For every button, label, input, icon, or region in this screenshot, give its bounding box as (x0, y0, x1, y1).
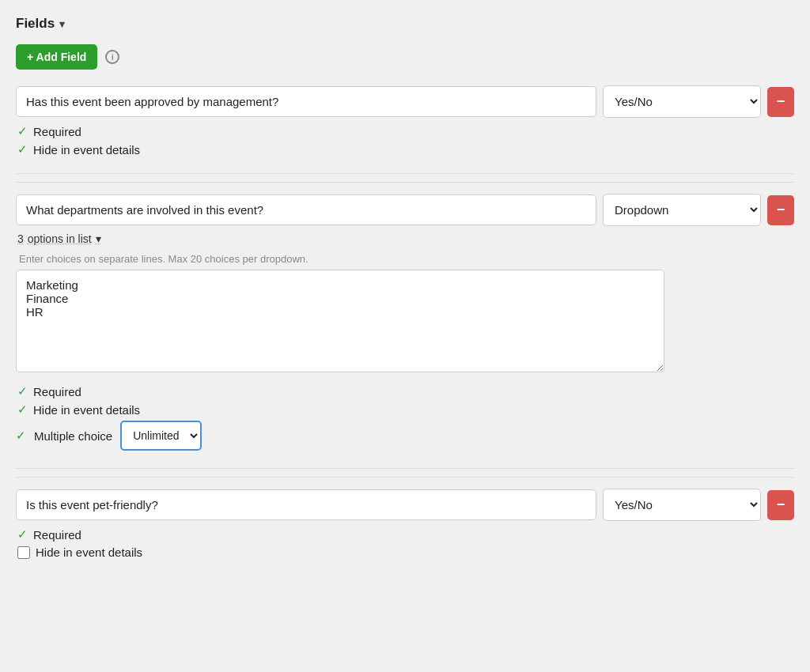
required-row-3: ✓ Required (16, 527, 794, 542)
required-check-icon-3: ✓ (17, 527, 28, 542)
dropdown-choices-area: Enter choices on separate lines. Max 20 … (16, 253, 794, 384)
info-icon[interactable]: i (105, 50, 119, 64)
options-in-list-toggle[interactable]: 3 options in list ▾ (16, 232, 794, 245)
divider-2 (16, 477, 794, 478)
field-row-2: Yes/No Dropdown Text Number − (16, 194, 794, 226)
hide-row-1: ✓ Hide in event details (16, 142, 794, 157)
remove-field-button-1[interactable]: − (767, 87, 794, 117)
remove-field-button-2[interactable]: − (767, 195, 794, 225)
fields-chevron-icon[interactable]: ▾ (59, 18, 65, 30)
add-field-button[interactable]: + Add Field (16, 44, 97, 70)
field-type-select-2[interactable]: Yes/No Dropdown Text Number (603, 194, 761, 226)
hide-check-icon-1: ✓ (17, 142, 28, 157)
required-label-3: Required (33, 528, 81, 542)
field-type-select-1[interactable]: Yes/No Dropdown Text Number (603, 85, 761, 118)
required-row-2: ✓ Required (16, 384, 794, 398)
field-block-1: Yes/No Dropdown Text Number − ✓ Required… (16, 85, 794, 174)
divider-1 (16, 182, 794, 183)
fields-header: Fields ▾ (16, 16, 794, 32)
hide-row-3: Hide in event details (16, 546, 794, 559)
hide-check-icon-2: ✓ (17, 402, 28, 417)
options-count: 3 (17, 232, 24, 245)
required-label-1: Required (33, 125, 81, 138)
field-row-3: Yes/No Dropdown Text Number − (16, 489, 794, 521)
hide-label-2: Hide in event details (33, 403, 140, 417)
fields-section: Fields ▾ + Add Field i Yes/No Dropdown T… (16, 16, 794, 576)
hide-label-1: Hide in event details (33, 143, 140, 157)
multiple-choice-label: Multiple choice (34, 429, 112, 443)
dropdown-hint: Enter choices on separate lines. Max 20 … (16, 253, 794, 265)
field-row-1: Yes/No Dropdown Text Number − (16, 85, 794, 118)
choices-textarea[interactable]: Marketing Finance HR (16, 270, 664, 372)
multiple-choice-select[interactable]: Unlimited 1 2 3 4 5 (120, 421, 202, 451)
add-field-row: + Add Field i (16, 44, 794, 70)
required-row-1: ✓ Required (16, 124, 794, 138)
multiple-choice-row: ✓ Multiple choice Unlimited 1 2 3 4 5 (16, 421, 794, 451)
remove-field-button-3[interactable]: − (767, 490, 794, 520)
field-question-input-3[interactable] (16, 489, 596, 520)
field-question-input-1[interactable] (16, 86, 596, 117)
hide-label-3: Hide in event details (36, 546, 142, 559)
hide-row-2: ✓ Hide in event details (16, 402, 794, 417)
required-label-2: Required (33, 385, 81, 398)
field-block-3: Yes/No Dropdown Text Number − ✓ Required… (16, 489, 794, 576)
required-check-icon-2: ✓ (17, 384, 28, 398)
multiple-choice-check-icon: ✓ (16, 428, 26, 443)
required-check-icon-1: ✓ (17, 124, 28, 138)
hide-checkbox-3[interactable] (17, 546, 30, 559)
field-question-input-2[interactable] (16, 194, 596, 225)
field-type-select-3[interactable]: Yes/No Dropdown Text Number (603, 489, 761, 521)
options-chevron-icon: ▾ (96, 232, 101, 245)
field-block-2: Yes/No Dropdown Text Number − 3 options … (16, 194, 794, 469)
options-in-list-label: options in list (28, 232, 92, 245)
fields-title: Fields (16, 16, 55, 32)
